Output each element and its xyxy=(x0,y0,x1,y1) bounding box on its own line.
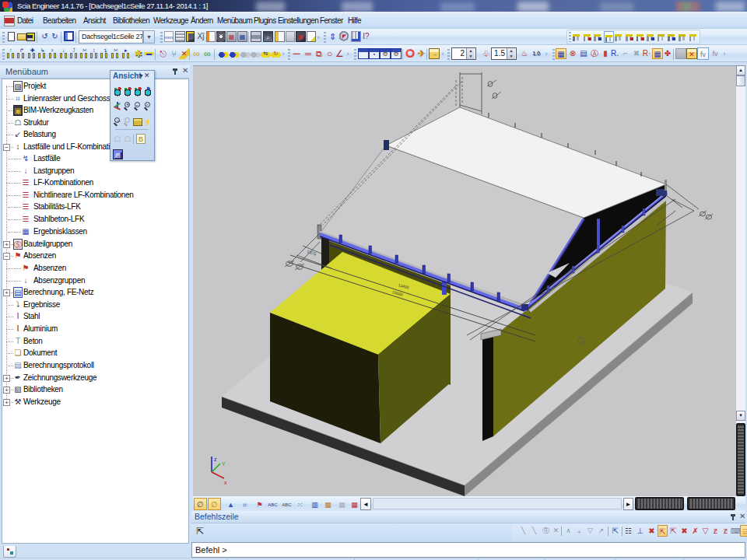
svg-text:Y: Y xyxy=(222,461,226,467)
svg-text:x: x xyxy=(224,480,227,485)
svg-text:z: z xyxy=(214,457,217,462)
